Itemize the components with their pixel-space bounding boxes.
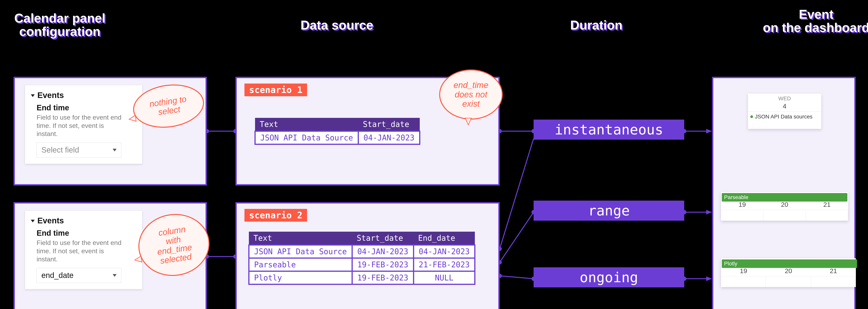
svg-line-10 [500,139,534,249]
chevron-down-icon [31,220,35,222]
table-row: Parseable 19-FEB-2023 21-FEB-2023 [249,258,475,271]
config-section-label: Events [37,216,64,225]
col-title-event: Event on the dashboard [763,8,868,34]
event-ongoing-bar[interactable]: Plotly [722,259,857,268]
config-field-help: Field to use for the event end time. If … [37,113,125,138]
day-number: 19 [721,201,764,210]
chevron-down-icon [113,274,117,277]
scenario-2-tag: scenario 2 [244,209,307,222]
col-title-duration: Duration [570,19,622,32]
end-time-select-empty[interactable]: Select field [37,143,121,158]
mini-calendar-instant: WED 4 JSON API Data sources [748,93,821,129]
svg-marker-22 [706,210,712,215]
data-table-2: Text Start_date End_date JSON API Data S… [248,232,475,285]
config-section-heading[interactable]: Events [31,216,136,225]
config-section-label: Events [37,91,64,100]
config-field-help: Field to use for the event end time. If … [37,238,125,263]
data-table-1: Text Start_date JSON API Data Source 04-… [254,118,420,145]
col-title-config: Calendar panel configuration [14,11,105,38]
mini-calendar-range: SUN MON TUE 19 20 21 Parseable [721,192,848,221]
th-start: Start_date [358,118,420,131]
source-panel-2: scenario 2 Text Start_date End_date JSON… [236,202,500,309]
event-instant[interactable]: JSON API Data sources [748,112,821,122]
svg-line-12 [500,212,534,262]
mini-calendar-ongoing: SUN MON TUE 19 20 21 Plotly [721,258,856,287]
scenario-1-tag: scenario 1 [244,84,307,96]
th-text: Text [249,232,352,245]
config-card-1: Events End time Field to use for the eve… [25,85,142,164]
table-row: Plotly 19-FEB-2023 NULL [249,271,475,284]
day-number: 20 [766,267,811,276]
duration-range: range [534,201,684,221]
event-range-bar[interactable]: Parseable [722,193,847,202]
config-field-label: End time [37,103,136,112]
end-time-select-filled[interactable]: end_date [37,268,121,283]
day-number: 19 [721,267,766,276]
chevron-down-icon [31,94,35,97]
chevron-down-icon [113,149,117,151]
svg-line-15 [500,276,534,279]
svg-marker-19 [706,129,712,134]
day-number: 4 [748,103,821,111]
day-number: 21 [811,267,856,276]
select-placeholder: Select field [41,146,79,154]
th-start: Start_date [352,232,413,245]
th-text: Text [255,118,358,131]
col-title-source: Data source [301,19,373,32]
day-number: 20 [764,201,806,210]
event-panel: WED 4 JSON API Data sources SUN MON TUE … [712,77,856,309]
config-field-label: End time [37,229,136,237]
th-end: End_date [413,232,475,245]
select-value: end_date [41,271,73,280]
table-row: JSON API Data Source 04-JAN-2023 [255,131,420,144]
svg-marker-25 [706,276,712,281]
bubble-no-end-time: end_time does not exist [439,69,503,120]
table-row: JSON API Data Source 04-JAN-2023 04-JAN-… [249,245,475,258]
config-card-2: Events End time Field to use for the eve… [25,210,142,289]
day-number: 21 [806,201,848,210]
duration-ongoing: ongoing [534,267,684,287]
day-header: WED [748,93,821,103]
config-section-heading[interactable]: Events [31,91,136,100]
event-dot-icon [750,115,753,118]
duration-instantaneous: instantaneous [534,120,684,140]
